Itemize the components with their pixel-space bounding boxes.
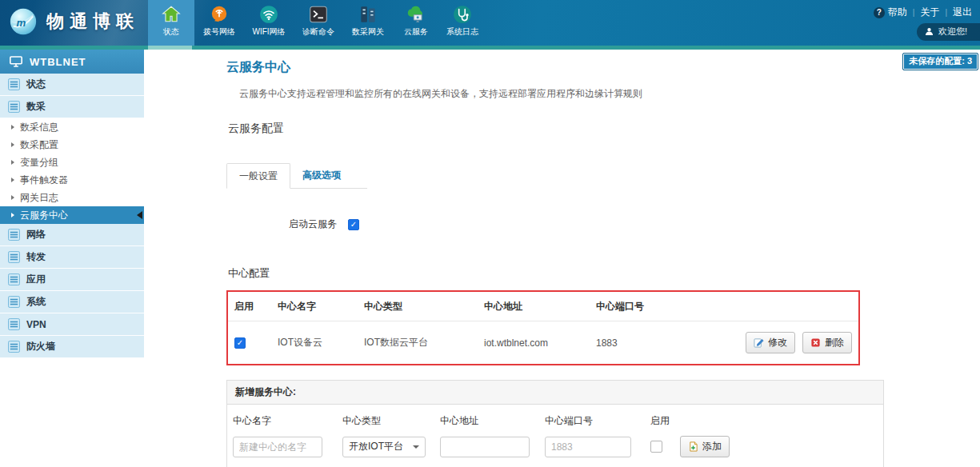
nav-item-diagnostic-command[interactable]: 诊断命令 bbox=[294, 0, 343, 46]
nav-label: 数采网关 bbox=[352, 26, 384, 38]
sidebar-item-firewall[interactable]: 防火墙 bbox=[0, 336, 144, 358]
center-address-input[interactable] bbox=[440, 437, 530, 457]
app-window: m 物通博联 状态 拨号网络 bbox=[0, 0, 980, 467]
top-nav: 状态 拨号网络 WIFI网络 bbox=[148, 0, 486, 46]
sidebar-device-name: WTBLNET bbox=[30, 56, 86, 68]
row-address-cell: iot.wtblnet.com bbox=[484, 337, 596, 349]
row-enable-checkbox[interactable] bbox=[234, 337, 246, 349]
list-icon bbox=[8, 296, 20, 308]
center-name-input[interactable] bbox=[233, 437, 322, 457]
add-center-panel: 新增服务中心: 中心名字 中心类型 中心地址 中心端口号 启用 开放IOT平台 bbox=[226, 380, 884, 467]
list-icon bbox=[8, 251, 20, 263]
tab-general-settings[interactable]: 一般设置 bbox=[226, 163, 290, 189]
wifi-icon bbox=[258, 4, 279, 25]
about-link[interactable]: 关于 bbox=[920, 6, 939, 19]
sidebar-item-label: 数采配置 bbox=[20, 138, 58, 152]
sidebar-item-network[interactable]: 网络 bbox=[0, 224, 144, 246]
sidebar-item-variable-group[interactable]: 变量分组 bbox=[0, 154, 144, 171]
nav-item-dial-network[interactable]: 拨号网络 bbox=[194, 0, 244, 46]
add-label-port: 中心端口号 bbox=[545, 414, 650, 428]
server-gateway-icon bbox=[358, 4, 378, 25]
add-center-labels-row: 中心名字 中心类型 中心地址 中心端口号 启用 bbox=[227, 405, 883, 431]
list-icon bbox=[8, 78, 20, 90]
center-config-table: 启用 中心名字 中心类型 中心地址 中心端口号 IOT设备云 IOT数据云平台 … bbox=[226, 290, 860, 365]
sidebar-device-title: WTBLNET bbox=[0, 50, 144, 74]
new-center-enable-checkbox[interactable] bbox=[650, 441, 662, 453]
center-config-section-title: 中心配置 bbox=[228, 266, 884, 281]
sidebar-item-gateway-log[interactable]: 网关日志 bbox=[0, 189, 144, 206]
nav-item-cloud-service[interactable]: 云服务 bbox=[393, 0, 439, 46]
sidebar-item-label: 转发 bbox=[26, 250, 46, 264]
nav-item-data-gateway[interactable]: 数采网关 bbox=[343, 0, 393, 46]
sidebar-item-status[interactable]: 状态 bbox=[0, 74, 144, 96]
edit-pencil-icon bbox=[754, 337, 764, 348]
sidebar-item-label: 网络 bbox=[26, 228, 46, 241]
top-header: m 物通博联 状态 拨号网络 bbox=[0, 0, 980, 46]
globe-logo-icon: m bbox=[8, 6, 38, 37]
sidebar-item-cloud-service-center[interactable]: 云服务中心 bbox=[0, 206, 144, 224]
center-type-selected-value: 开放IOT平台 bbox=[349, 440, 403, 453]
edit-button[interactable]: 修改 bbox=[746, 332, 795, 353]
add-center-inputs-row: 开放IOT平台 添加 bbox=[227, 431, 883, 467]
add-label-type: 中心类型 bbox=[342, 414, 440, 428]
link-divider: | bbox=[913, 8, 915, 17]
brand-name: 物通博联 bbox=[46, 10, 139, 34]
dial-network-icon bbox=[209, 4, 230, 25]
center-type-select[interactable]: 开放IOT平台 bbox=[342, 437, 426, 457]
center-port-input[interactable] bbox=[545, 437, 631, 457]
sidebar-item-label: 数采 bbox=[26, 100, 46, 114]
enable-cloud-checkbox[interactable] bbox=[348, 219, 359, 230]
main-content: 云服务中心 云服务中心支持远程管理和监控所有的在线网关和设备，支持远程部署应用程… bbox=[226, 50, 884, 467]
sidebar-item-label: 应用 bbox=[26, 273, 46, 286]
tab-advanced-options[interactable]: 高级选项 bbox=[290, 163, 353, 188]
sidebar-item-label: 状态 bbox=[26, 78, 46, 91]
sidebar-item-label: 变量分组 bbox=[20, 156, 58, 170]
nav-item-system-log[interactable]: 系统日志 bbox=[439, 0, 486, 46]
unsaved-config-badge[interactable]: 未保存的配置: 3 bbox=[902, 53, 978, 70]
list-icon bbox=[8, 341, 20, 353]
add-label-enable: 启用 bbox=[650, 414, 883, 428]
sidebar-item-data-collect[interactable]: 数采 bbox=[0, 96, 144, 118]
add-label-name: 中心名字 bbox=[233, 414, 342, 428]
nav-label: 拨号网络 bbox=[203, 26, 235, 38]
add-label-address: 中心地址 bbox=[440, 414, 545, 428]
sidebar-item-application[interactable]: 应用 bbox=[0, 269, 144, 291]
logout-link[interactable]: 退出 bbox=[953, 6, 972, 19]
col-address: 中心地址 bbox=[484, 300, 596, 313]
add-page-icon bbox=[688, 441, 698, 452]
list-icon bbox=[8, 101, 20, 113]
delete-x-icon bbox=[810, 337, 821, 348]
nav-item-wifi-network[interactable]: WIFI网络 bbox=[244, 0, 294, 46]
sidebar-item-data-config[interactable]: 数采配置 bbox=[0, 136, 144, 154]
sidebar-item-label: 系统 bbox=[26, 295, 46, 309]
row-actions-cell: 修改 删除 bbox=[716, 332, 858, 353]
list-icon bbox=[8, 318, 20, 330]
row-type-cell: IOT数据云平台 bbox=[364, 336, 484, 349]
caret-right-icon bbox=[11, 142, 14, 147]
enable-cloud-row: 启动云服务 bbox=[289, 218, 884, 231]
sidebar-item-label: 防火墙 bbox=[26, 340, 55, 353]
table-row: IOT设备云 IOT数据云平台 iot.wtblnet.com 1883 修改 bbox=[228, 321, 858, 364]
enable-cloud-label: 启动云服务 bbox=[289, 218, 337, 231]
sidebar-item-forward[interactable]: 转发 bbox=[0, 246, 144, 269]
sidebar-item-vpn[interactable]: VPN bbox=[0, 313, 144, 336]
col-type: 中心类型 bbox=[364, 300, 484, 313]
selected-marker-icon bbox=[137, 211, 142, 219]
welcome-badge: 欢迎您! bbox=[917, 23, 980, 41]
cloud-config-section-title: 云服务配置 bbox=[228, 122, 884, 136]
sidebar-item-label: 事件触发器 bbox=[20, 174, 68, 187]
add-button[interactable]: 添加 bbox=[680, 436, 730, 457]
sidebar-item-data-info[interactable]: 数采信息 bbox=[0, 118, 144, 136]
sidebar: WTBLNET 状态 数采 数采信息 数采配置 变量分组 事件触发器 网关日 bbox=[0, 50, 144, 358]
sidebar-item-label: VPN bbox=[26, 319, 46, 330]
welcome-text: 欢迎您! bbox=[938, 26, 967, 38]
monitor-icon bbox=[10, 56, 22, 67]
delete-button[interactable]: 删除 bbox=[802, 332, 852, 353]
sidebar-item-event-trigger[interactable]: 事件触发器 bbox=[0, 171, 144, 189]
sidebar-item-label: 数采信息 bbox=[20, 121, 58, 134]
nav-item-status[interactable]: 状态 bbox=[148, 0, 194, 46]
caret-right-icon bbox=[11, 178, 14, 182]
sidebar-item-system[interactable]: 系统 bbox=[0, 291, 144, 313]
help-link[interactable]: 帮助 bbox=[888, 6, 907, 19]
home-icon bbox=[161, 4, 182, 25]
